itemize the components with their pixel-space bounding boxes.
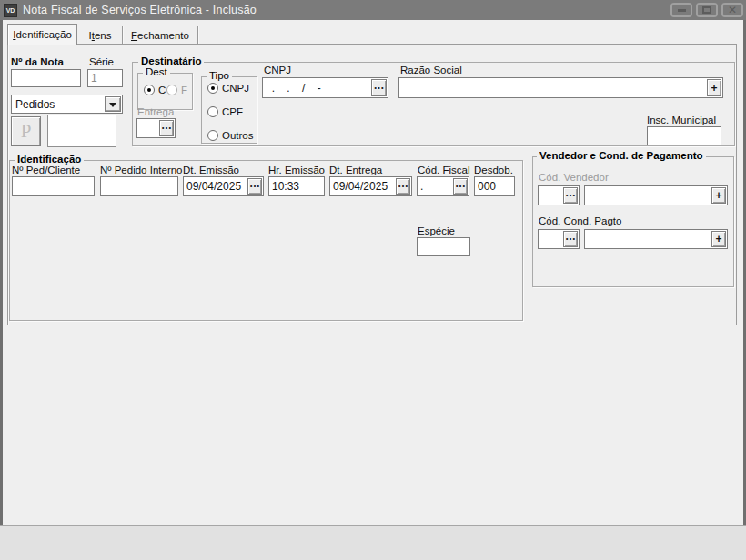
ellipsis-icon: …: [455, 178, 466, 189]
tab-fechamento[interactable]: Fechamento: [123, 26, 198, 44]
radio-dest-c[interactable]: C: [144, 85, 166, 95]
radio-tipo-cpf-icon: [207, 106, 218, 117]
tipo-group-title: Tipo: [207, 70, 232, 81]
radio-tipo-cnpj-icon: [207, 83, 218, 94]
radio-tipo-cnpj-label: CNPJ: [222, 83, 249, 94]
cod-cond-pagto-code-field: …: [538, 229, 580, 249]
dt-entrega-picker-button[interactable]: …: [396, 178, 410, 195]
ellipsis-icon: …: [398, 178, 408, 189]
plus-icon: +: [711, 83, 717, 94]
razao-social-input[interactable]: [398, 77, 723, 98]
cod-vendedor-lookup-button[interactable]: …: [563, 187, 578, 204]
razao-social-add-button[interactable]: +: [707, 79, 721, 96]
application-window: VD Nota Fiscal de Serviços Eletrônica - …: [0, 0, 746, 560]
nota-label: Nº da Nota: [11, 56, 64, 67]
entrega-lookup-button[interactable]: …: [159, 120, 174, 136]
ellipsis-icon: …: [565, 231, 576, 242]
cod-vendedor-code-field: …: [538, 185, 580, 205]
statusbar: [0, 525, 746, 560]
dt-emissao-label: Dt. Emissão: [183, 165, 239, 175]
insc-municipal-input[interactable]: [647, 126, 721, 145]
ped-cliente-label: Nº Ped/Cliente: [12, 165, 80, 175]
minimize-button[interactable]: [670, 3, 692, 17]
identificacao-group-title: Identificação: [15, 154, 84, 165]
radio-tipo-outros[interactable]: Outros: [207, 130, 254, 141]
nota-input[interactable]: [11, 69, 81, 87]
destinatario-group-title: Destinatário: [138, 55, 204, 66]
dt-emissao-field: …: [183, 176, 264, 196]
dt-emissao-picker-button[interactable]: …: [247, 178, 262, 195]
tab-itens-label: Itens: [89, 30, 112, 41]
radio-tipo-cpf-label: CPF: [222, 106, 243, 117]
radio-dest-c-icon: [144, 85, 155, 95]
entrega-field: …: [136, 118, 176, 138]
razao-social-field: +: [398, 77, 723, 98]
p-button[interactable]: P: [11, 116, 41, 146]
radio-dest-c-label: C: [158, 85, 166, 95]
especie-label: Espécie: [418, 225, 455, 236]
tab-itens[interactable]: Itens: [78, 26, 123, 44]
pedidos-combobox[interactable]: Pedidos: [11, 95, 123, 114]
cod-fiscal-lookup-button[interactable]: …: [453, 178, 468, 195]
tab-identificacao[interactable]: Identificação: [7, 24, 77, 45]
ellipsis-icon: …: [249, 178, 260, 189]
window-title: Nota Fiscal de Serviços Eletrônica - Inc…: [23, 4, 257, 16]
radio-tipo-cnpj[interactable]: CNPJ: [207, 83, 249, 94]
cod-cond-pagto-name-input[interactable]: [584, 229, 728, 249]
especie-input[interactable]: [417, 237, 470, 256]
radio-dest-f-icon: [166, 85, 177, 95]
radio-dest-f-label: F: [181, 85, 187, 95]
radio-tipo-outros-icon: [207, 130, 218, 141]
cod-fiscal-label: Cód. Fiscal: [418, 165, 470, 175]
cod-cond-pagto-name-field: +: [584, 229, 728, 249]
cnpj-lookup-button[interactable]: …: [371, 79, 387, 96]
ped-cliente-input[interactable]: [12, 176, 95, 196]
radio-tipo-outros-label: Outros: [222, 130, 254, 141]
p-field[interactable]: [47, 115, 116, 147]
hr-emissao-input[interactable]: [268, 176, 325, 196]
cod-cond-pagto-add-button[interactable]: +: [711, 231, 726, 247]
cnpj-label: CNPJ: [264, 65, 291, 75]
radio-dest-f[interactable]: F: [166, 85, 187, 95]
cod-vendedor-name-field: +: [584, 185, 728, 205]
ellipsis-icon: …: [161, 120, 172, 131]
desdob-input[interactable]: [474, 176, 515, 196]
radio-tipo-cpf[interactable]: CPF: [207, 106, 243, 117]
maximize-icon: [702, 6, 711, 14]
window-frame-left: [0, 20, 3, 525]
minimize-icon: [678, 9, 686, 12]
razao-social-label: Razão Social: [400, 65, 462, 75]
dt-entrega-field: …: [329, 176, 412, 196]
pedidos-combobox-value: Pedidos: [15, 98, 55, 111]
cod-fiscal-field: …: [417, 176, 469, 196]
chevron-down-icon: [109, 103, 116, 111]
app-icon: VD: [4, 4, 17, 17]
vendedor-group-title: Vendedor e Cond. de Pagamento: [537, 150, 706, 161]
cod-cond-pagto-lookup-button[interactable]: …: [563, 231, 578, 247]
plus-icon: +: [715, 234, 721, 245]
maximize-button[interactable]: [696, 3, 718, 17]
cnpj-field: …: [262, 77, 388, 98]
plus-icon: +: [715, 190, 721, 201]
ellipsis-icon: …: [565, 187, 576, 198]
insc-municipal-label: Insc. Municipal: [647, 115, 716, 125]
dest-group-title: Dest: [143, 66, 170, 77]
close-icon: ✕: [728, 5, 737, 15]
pedido-interno-input[interactable]: [100, 176, 178, 196]
close-button[interactable]: ✕: [721, 3, 743, 17]
serie-label: Série: [89, 56, 114, 67]
ellipsis-icon: …: [374, 80, 385, 91]
cnpj-input[interactable]: [262, 77, 388, 98]
tab-fechamento-label: Fechamento: [131, 30, 189, 41]
hr-emissao-label: Hr. Emissão: [268, 165, 325, 175]
pedido-interno-label: Nº Pedido Interno: [100, 165, 183, 175]
cod-vendedor-add-button[interactable]: +: [711, 187, 726, 204]
serie-input[interactable]: [87, 69, 123, 87]
pedidos-dropdown-button[interactable]: [105, 96, 121, 112]
cod-vendedor-name-input[interactable]: [584, 185, 728, 205]
titlebar: VD Nota Fiscal de Serviços Eletrônica - …: [0, 0, 746, 20]
desdob-label: Desdob.: [474, 165, 513, 175]
cod-cond-pagto-label: Cód. Cond. Pagto: [539, 215, 621, 226]
tab-identificacao-label: Identificação: [13, 29, 72, 40]
cod-vendedor-label: Cód. Vendedor: [539, 172, 609, 183]
